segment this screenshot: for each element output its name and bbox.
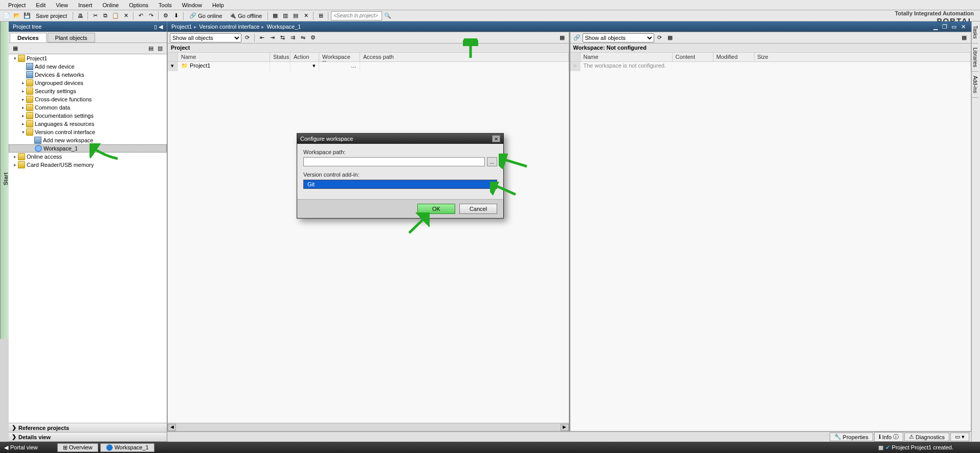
scroll-right-icon[interactable]: ▶ [561, 424, 569, 431]
menu-window[interactable]: Window [177, 1, 207, 9]
sync-both-icon[interactable]: ⇆ [278, 33, 287, 42]
tree-view-icon-1[interactable]: ▤ [146, 44, 155, 53]
ws-refresh-icon[interactable]: ⟳ [655, 33, 664, 42]
menu-online[interactable]: Online [97, 1, 124, 9]
refresh-icon[interactable]: ⟳ [242, 33, 252, 42]
tree-item[interactable]: ▾Project1 [9, 54, 167, 62]
menu-view[interactable]: View [51, 1, 73, 9]
sync-all-icon[interactable]: ⇉ [288, 33, 297, 42]
browse-button[interactable]: ... [487, 157, 497, 166]
tasks-tab[interactable]: Tasks [972, 21, 978, 44]
save-project-button[interactable]: Save project [33, 12, 70, 20]
menu-edit[interactable]: Edit [31, 1, 51, 9]
redo-icon[interactable]: ↷ [146, 11, 155, 20]
tree-item[interactable]: ▸Common data [9, 103, 167, 112]
tree-item[interactable]: ▸Security settings [9, 87, 167, 95]
save-icon[interactable]: 💾 [23, 11, 32, 20]
delete-icon[interactable]: ✕ [121, 11, 130, 20]
settings-icon[interactable]: ⚙ [308, 33, 318, 42]
tool-icon-1[interactable]: ▦ [271, 11, 280, 20]
libraries-tab[interactable]: Libraries [972, 44, 978, 72]
dialog-close-icon[interactable]: ✕ [492, 135, 500, 142]
window-max-icon[interactable]: ▭ [950, 24, 958, 30]
project-filter-select[interactable]: Show all objects [170, 33, 241, 42]
tool-icon-3[interactable]: ▤ [291, 11, 300, 20]
search-go-icon[interactable]: 🔍 [383, 11, 392, 20]
cancel-button[interactable]: Cancel [459, 204, 497, 214]
reference-projects-section[interactable]: ❯Reference projects [9, 423, 167, 433]
window-close-icon[interactable]: ✕ [959, 24, 967, 30]
undo-icon[interactable]: ↶ [136, 11, 145, 20]
menu-project[interactable]: Project [3, 1, 31, 9]
window-minimize-icon[interactable]: ▁ [931, 24, 940, 30]
tree-item[interactable]: Add new workspace [9, 136, 167, 144]
tree-item[interactable]: ▸Cross-device functions [9, 95, 167, 103]
project-hscroll[interactable]: ◀ ▶ [168, 423, 569, 431]
addins-tab[interactable]: Add-ins [972, 72, 978, 98]
go-offline-button[interactable]: 🔌 Go offline [226, 11, 265, 20]
go-online-button[interactable]: 🔗 Go online [186, 11, 225, 20]
tree-item[interactable]: Workspace_1 [9, 144, 167, 153]
compile-icon[interactable]: ⚙ [161, 11, 170, 20]
workspace-tab-bottom[interactable]: 🔵 Workspace_1 [100, 443, 154, 452]
tree-item[interactable]: ▸Card Reader/USB memory [9, 161, 167, 169]
ws-opt-icon[interactable]: ▦ [665, 33, 675, 42]
paste-icon[interactable]: 📋 [111, 11, 120, 20]
pin-icon[interactable]: ◀ [159, 24, 163, 30]
workspace-filter-select[interactable]: Show all objects [583, 33, 654, 42]
tool-close-icon[interactable]: ✕ [301, 11, 310, 20]
window-restore-icon[interactable]: ❐ [941, 24, 949, 30]
table-row[interactable]: ▾ 📁 Project1 ▾ … [168, 62, 569, 71]
addin-select[interactable]: Git [303, 180, 497, 189]
scroll-left-icon[interactable]: ◀ [168, 424, 176, 431]
workspace-path-input[interactable] [303, 157, 485, 166]
crumb-2[interactable]: Version control interface [199, 24, 259, 30]
tool-icon-2[interactable]: ▥ [281, 11, 290, 20]
diagnostics-button[interactable]: ⚠ Diagnostics [904, 433, 949, 441]
crumb-1[interactable]: Project1 [171, 24, 192, 30]
tree-item[interactable]: Add new device [9, 62, 167, 71]
tool-icon-4[interactable]: ⊞ [316, 11, 325, 20]
menu-options[interactable]: Options [124, 1, 153, 9]
sync-left-icon[interactable]: ⇤ [257, 33, 266, 42]
tree-item[interactable]: Devices & networks [9, 71, 167, 79]
project-tree[interactable]: ▾Project1Add new deviceDevices & network… [9, 54, 167, 423]
project-grid[interactable]: ▾ 📁 Project1 ▾ … [168, 62, 569, 423]
portal-view-link[interactable]: Portal view [10, 444, 38, 450]
cut-icon[interactable]: ✂ [91, 11, 100, 20]
workspace-grid[interactable]: ○ The workspace is not configured. [570, 62, 971, 431]
collapse-icon[interactable]: ▯ [154, 24, 157, 30]
details-view-section[interactable]: ❯Details view [9, 433, 167, 442]
crumb-3[interactable]: Workspace_1 [266, 24, 301, 30]
overview-tab-bottom[interactable]: ⊞ Overview [57, 443, 98, 452]
tab-devices[interactable]: Devices [10, 33, 47, 42]
info-button[interactable]: ℹ Info ⓘ [874, 432, 903, 442]
ok-button[interactable]: OK [417, 204, 455, 214]
search-input[interactable] [331, 11, 382, 20]
download-icon[interactable]: ⬇ [171, 11, 181, 20]
tree-view-icon-2[interactable]: ▥ [155, 44, 165, 53]
new-icon[interactable]: 📄 [2, 11, 11, 20]
start-tab[interactable]: Start [0, 21, 9, 339]
tree-refresh-icon[interactable]: ▦ [11, 44, 20, 53]
menu-help[interactable]: Help [207, 1, 229, 9]
copy-icon[interactable]: ⧉ [101, 11, 110, 20]
print-icon[interactable]: 🖶 [76, 11, 85, 20]
tab-plant[interactable]: Plant objects [48, 33, 95, 42]
menu-tools[interactable]: Tools [153, 1, 177, 9]
portal-view-arrow-icon[interactable]: ◀ [4, 444, 8, 451]
open-icon[interactable]: 📂 [12, 11, 21, 20]
ws-link-icon[interactable]: 🔗 [572, 33, 582, 42]
properties-button[interactable]: 🔧 Properties [830, 433, 873, 441]
prop-opt-button[interactable]: ▭ ▾ [950, 433, 969, 441]
tree-item[interactable]: ▸Online access [9, 153, 167, 161]
tree-item[interactable]: ▾Version control interface [9, 128, 167, 136]
pane-opt-icon[interactable]: ▦ [558, 33, 567, 42]
menu-insert[interactable]: Insert [73, 1, 98, 9]
sync-right-icon[interactable]: ⇥ [268, 33, 277, 42]
tree-item[interactable]: ▸Documentation settings [9, 112, 167, 120]
compare-icon[interactable]: ⇋ [298, 33, 307, 42]
tree-item[interactable]: ▸Ungrouped devices [9, 79, 167, 87]
tree-item[interactable]: ▸Languages & resources [9, 120, 167, 128]
ws-pane-opt-icon[interactable]: ▦ [960, 33, 969, 42]
